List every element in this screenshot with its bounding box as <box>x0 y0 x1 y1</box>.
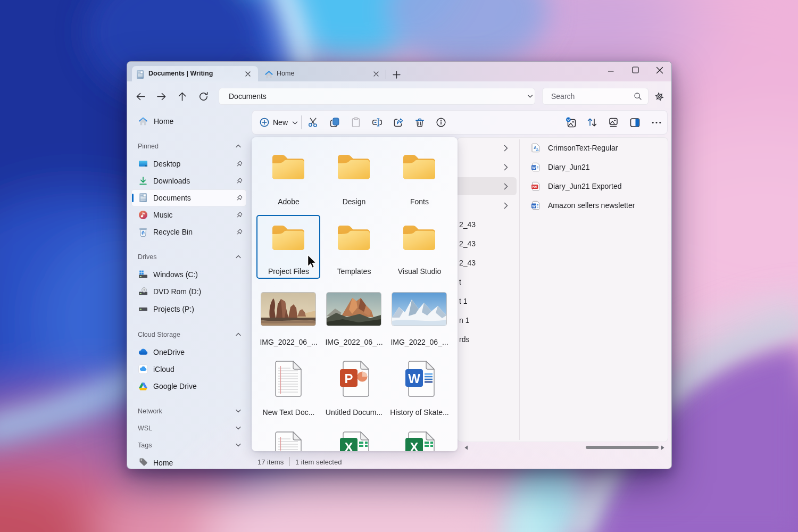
svg-text:X: X <box>410 440 418 452</box>
svg-text:X: X <box>344 440 353 452</box>
svg-text:W: W <box>532 204 536 208</box>
svg-text:PDF: PDF <box>532 185 538 188</box>
svg-text:W: W <box>532 166 536 170</box>
svg-text:P: P <box>344 371 353 386</box>
svg-text:A: A <box>536 147 539 152</box>
svg-text:W: W <box>408 371 420 386</box>
